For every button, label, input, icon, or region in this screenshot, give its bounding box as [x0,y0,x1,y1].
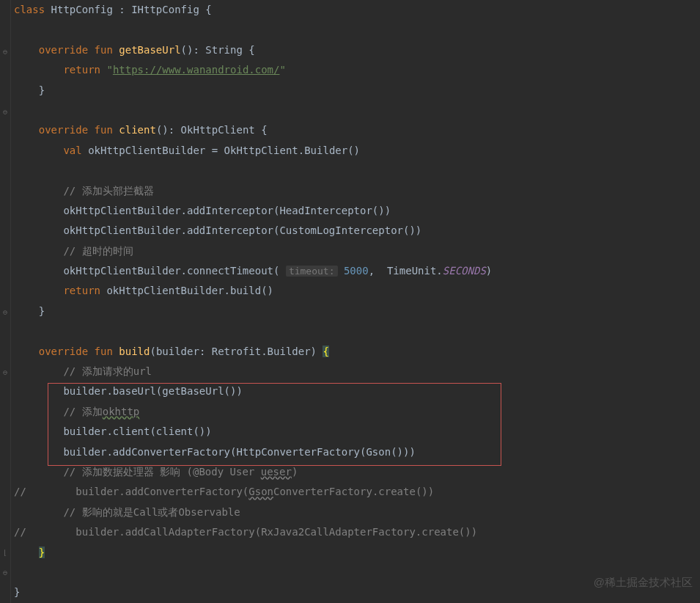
gutter-row[interactable] [0,222,10,242]
gutter-row[interactable] [0,262,10,282]
code-editor: ⊖ ⊖ ⊖ ⊖ ⌊ ⊖ class HttpConfig : IHttpConf… [0,0,700,603]
gutter-row[interactable] [0,463,10,483]
fold-icon[interactable]: ⊖ [0,362,10,382]
code-line[interactable]: // 影响的就是Call或者Observable [14,503,700,522]
gutter-row[interactable] [0,423,10,442]
code-line[interactable]: override fun client(): OkHttpClient { [14,120,700,140]
code-line[interactable]: // 添加okhttp [14,402,700,422]
fold-icon[interactable]: ⊖ [0,302,10,322]
gutter-row[interactable] [0,21,10,41]
bracket-match: } [39,547,45,558]
fold-icon[interactable]: ⊖ [0,102,10,122]
fold-icon[interactable]: ⊖ [0,563,10,582]
gutter-row[interactable] [0,322,10,342]
gutter-row[interactable] [0,483,10,503]
gutter-row[interactable] [0,343,10,362]
bracket-match: { [323,346,328,357]
code-line[interactable]: override fun build(builder: Retrofit.Bui… [14,342,700,362]
gutter-row[interactable] [0,403,10,423]
code-line[interactable]: } [14,302,700,321]
parameter-hint: timeout: [286,266,338,277]
gutter-row[interactable] [0,202,10,222]
gutter-row[interactable] [0,122,10,142]
code-content[interactable]: class HttpConfig : IHttpConfig { overrid… [11,0,700,603]
code-line[interactable]: builder.addConverterFactory(HttpConverte… [14,442,700,462]
code-line[interactable]: // 添加数据处理器 影响 (@Body User ueser) [14,462,700,482]
code-line[interactable] [14,100,700,120]
gutter-row[interactable] [0,282,10,302]
code-line[interactable]: // 添加头部拦截器 [14,181,700,201]
code-line[interactable]: class HttpConfig : IHttpConfig { [14,0,700,20]
gutter-row[interactable] [0,583,10,603]
code-line[interactable]: builder.baseUrl(getBaseUrl()) [14,381,700,401]
code-line[interactable]: } [14,81,700,100]
gutter-row[interactable] [0,62,10,81]
code-line[interactable]: // 超时的时间 [14,241,700,261]
gutter-row[interactable] [0,1,10,21]
code-line[interactable]: return okHttpClientBuilder.build() [14,281,700,301]
gutter-row[interactable] [0,242,10,262]
code-line[interactable]: // builder.addCallAdapterFactory(RxJava2… [14,522,700,542]
code-line[interactable]: // 添加请求的url [14,362,700,381]
code-line[interactable]: okHttpClientBuilder.addInterceptor(HeadI… [14,201,700,221]
gutter-row[interactable] [0,503,10,522]
watermark-text: @稀土掘金技术社区 [594,576,693,590]
code-line[interactable] [14,321,700,341]
gutter: ⊖ ⊖ ⊖ ⊖ ⌊ ⊖ [0,0,11,603]
gutter-row[interactable] [0,442,10,462]
code-line[interactable]: val okHttpClientBuilder = OkHttpClient.B… [14,141,700,161]
code-line[interactable]: builder.client(client()) [14,422,700,442]
code-line[interactable] [14,20,700,40]
code-line[interactable] [14,161,700,180]
code-line[interactable]: // builder.addConverterFactory(GsonConve… [14,482,700,502]
code-line[interactable]: okHttpClientBuilder.addInterceptor(Custo… [14,221,700,241]
gutter-row[interactable] [0,382,10,402]
code-line[interactable]: override fun getBaseUrl(): String { [14,40,700,60]
code-line[interactable]: } [14,543,700,563]
gutter-row[interactable] [0,182,10,202]
code-line[interactable]: okHttpClientBuilder.connectTimeout( time… [14,261,700,281]
gutter-row[interactable] [0,523,10,543]
fold-end-icon[interactable]: ⌊ [0,543,10,563]
gutter-row[interactable] [0,142,10,161]
gutter-row[interactable] [0,162,10,182]
gutter-row[interactable] [0,81,10,101]
code-line[interactable]: return "https://www.wanandroid.com/" [14,60,700,80]
fold-icon[interactable]: ⊖ [0,42,10,62]
